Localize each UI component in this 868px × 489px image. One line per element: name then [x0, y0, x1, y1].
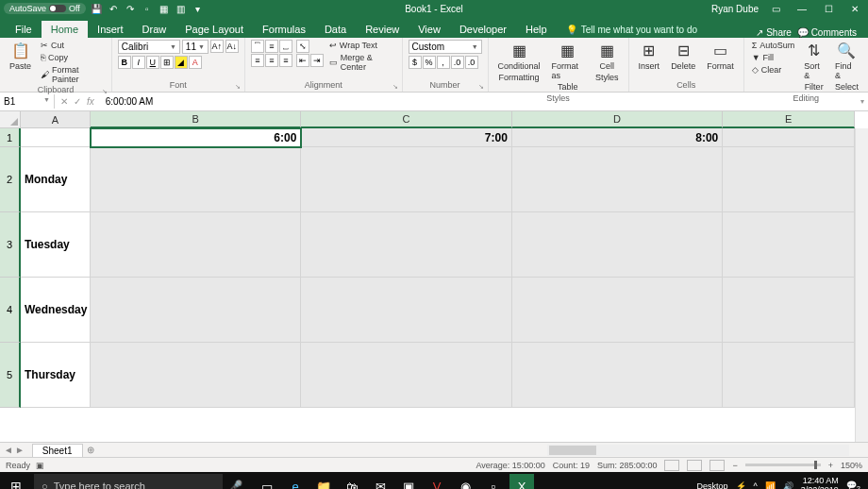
row-header-2[interactable]: 2: [0, 147, 21, 212]
cell-A5[interactable]: Thursday: [21, 343, 91, 408]
align-middle-icon[interactable]: ≡: [265, 40, 278, 53]
cell-C2[interactable]: [301, 147, 511, 212]
chrome-icon[interactable]: ◉: [453, 474, 477, 489]
zoom-in-icon[interactable]: +: [828, 461, 833, 470]
increase-decimal-icon[interactable]: .0: [451, 56, 464, 69]
zoom-out-icon[interactable]: −: [732, 461, 737, 470]
cell-A1[interactable]: [21, 128, 91, 147]
zoom-level[interactable]: 150%: [841, 461, 862, 470]
qat-icon-1[interactable]: ▫: [141, 2, 154, 15]
cell-D2[interactable]: [512, 147, 723, 212]
qat-icon-2[interactable]: ▦: [158, 2, 171, 15]
delete-cells-button[interactable]: ⊟Delete: [667, 40, 699, 73]
tab-insert[interactable]: Insert: [88, 21, 133, 38]
format-as-table-button[interactable]: ▦Format asTable: [548, 40, 588, 93]
tray-chevron-icon[interactable]: ^: [754, 481, 758, 489]
tab-formulas[interactable]: Formulas: [253, 21, 315, 38]
font-size-combo[interactable]: 11▼: [182, 40, 209, 54]
column-header-A[interactable]: A: [21, 111, 91, 128]
page-layout-view-icon[interactable]: [687, 460, 702, 471]
horizontal-scrollbar[interactable]: [547, 445, 849, 456]
cell-E2[interactable]: [723, 147, 855, 212]
cell-A2[interactable]: Monday: [21, 147, 91, 212]
autosave-toggle[interactable]: AutoSave Off: [4, 3, 86, 14]
vertical-scrollbar[interactable]: [855, 128, 868, 442]
taskbar-clock[interactable]: 12:40 AM 3/22/2019: [801, 477, 839, 489]
border-button[interactable]: ⊞: [160, 56, 174, 69]
italic-button[interactable]: I: [132, 56, 145, 69]
align-left-icon[interactable]: ≡: [251, 54, 264, 67]
cell-E5[interactable]: [723, 343, 855, 408]
format-painter-button[interactable]: 🖌Format Painter: [39, 64, 106, 85]
dialog-launcher-icon[interactable]: ↘: [478, 83, 484, 91]
tray-network-icon[interactable]: 📶: [765, 481, 776, 489]
cell-styles-button[interactable]: ▦CellStyles: [592, 40, 623, 84]
decrease-font-icon[interactable]: A↓: [225, 40, 239, 53]
wrap-text-button[interactable]: ↩Wrap Text: [327, 40, 396, 51]
cell-B2[interactable]: [91, 147, 301, 212]
tab-help[interactable]: Help: [516, 21, 557, 38]
qat-icon-3[interactable]: ▥: [175, 2, 188, 15]
column-header-D[interactable]: D: [512, 111, 724, 128]
tab-page-layout[interactable]: Page Layout: [175, 21, 253, 38]
sheet-tab-sheet1[interactable]: Sheet1: [32, 444, 83, 457]
cell-C4[interactable]: [301, 278, 511, 343]
macro-record-icon[interactable]: ▣: [36, 461, 44, 470]
name-box[interactable]: B1▼: [0, 94, 55, 109]
close-icon[interactable]: ✕: [845, 2, 864, 15]
vivaldi-icon[interactable]: V: [425, 474, 449, 489]
comments-button[interactable]: 💬 Comments: [797, 27, 857, 38]
accounting-format-icon[interactable]: $: [409, 56, 422, 69]
tab-data[interactable]: Data: [315, 21, 356, 38]
tray-power-icon[interactable]: ⚡: [736, 481, 746, 489]
percent-format-icon[interactable]: %: [423, 56, 436, 69]
fx-icon[interactable]: fx: [87, 96, 94, 107]
increase-font-icon[interactable]: A↑: [210, 40, 224, 53]
redo-icon[interactable]: ↷: [124, 2, 137, 15]
start-button[interactable]: ⊞: [0, 472, 32, 489]
tab-file[interactable]: File: [6, 21, 42, 38]
mic-icon[interactable]: 🎤: [223, 474, 247, 489]
paste-button[interactable]: 📋 Paste: [6, 40, 35, 73]
cell-D1[interactable]: 8:00: [512, 128, 723, 147]
maximize-icon[interactable]: ☐: [819, 2, 838, 15]
explorer-icon[interactable]: 📁: [311, 474, 336, 489]
qat-more-icon[interactable]: ▾: [192, 2, 205, 15]
align-right-icon[interactable]: ≡: [279, 54, 292, 67]
conditional-formatting-button[interactable]: ▦ConditionalFormatting: [494, 40, 544, 84]
align-top-icon[interactable]: ⎴: [251, 40, 264, 53]
user-name[interactable]: Ryan Dube: [711, 4, 759, 14]
undo-icon[interactable]: ↶: [107, 2, 120, 15]
windows-search[interactable]: ○ Type here to search: [34, 474, 223, 489]
mail-icon[interactable]: ✉: [368, 474, 392, 489]
tab-review[interactable]: Review: [356, 21, 409, 38]
dialog-launcher-icon[interactable]: ↘: [235, 83, 241, 91]
formula-input[interactable]: 6:00:00 AM: [100, 94, 857, 109]
page-break-view-icon[interactable]: [709, 460, 725, 471]
save-icon[interactable]: 💾: [90, 2, 103, 15]
number-format-combo[interactable]: Custom▼: [409, 40, 482, 54]
align-bottom-icon[interactable]: ⎵: [279, 40, 292, 53]
cell-B5[interactable]: [91, 343, 301, 408]
cell-A3[interactable]: Tuesday: [21, 212, 91, 278]
copy-button[interactable]: ⎘Copy: [39, 52, 106, 63]
add-sheet-button[interactable]: ⊕: [87, 445, 94, 455]
dialog-launcher-icon[interactable]: ↘: [392, 83, 398, 91]
tab-home[interactable]: Home: [42, 21, 88, 38]
share-button[interactable]: ↗ Share: [756, 27, 791, 38]
orientation-icon[interactable]: ⤡: [296, 40, 309, 53]
app-icon[interactable]: ▣: [396, 474, 421, 489]
insert-cells-button[interactable]: ⊞Insert: [635, 40, 664, 73]
decrease-decimal-icon[interactable]: .0: [465, 56, 478, 69]
fill-color-button[interactable]: ◢: [175, 56, 188, 69]
bold-button[interactable]: B: [118, 56, 131, 69]
column-header-C[interactable]: C: [301, 111, 512, 128]
cancel-formula-icon[interactable]: ✕: [60, 96, 68, 107]
column-header-E[interactable]: E: [723, 111, 855, 128]
cell-E1[interactable]: [723, 128, 855, 147]
dialog-launcher-icon[interactable]: ↘: [102, 88, 108, 95]
column-header-B[interactable]: B: [91, 111, 302, 128]
cell-D4[interactable]: [512, 278, 723, 343]
cell-E3[interactable]: [723, 212, 855, 278]
task-view-icon[interactable]: ▭: [255, 474, 279, 489]
